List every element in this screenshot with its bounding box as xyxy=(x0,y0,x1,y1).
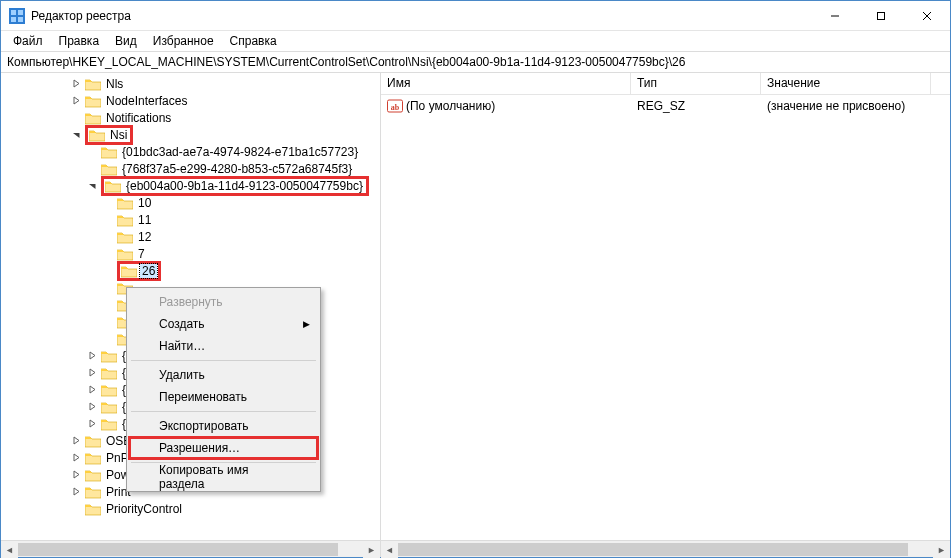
context-item-label: Найти… xyxy=(159,339,205,353)
value-name: (По умолчанию) xyxy=(406,99,495,113)
chevron-right-icon[interactable] xyxy=(69,451,83,465)
scroll-right-icon[interactable]: ► xyxy=(363,541,380,558)
folder-icon xyxy=(85,451,101,465)
value-list-body[interactable]: (По умолчанию)REG_SZ(значение не присвое… xyxy=(381,95,950,540)
menu-favorites[interactable]: Избранное xyxy=(145,32,222,50)
scroll-left-icon[interactable]: ◄ xyxy=(1,541,18,558)
tree-hscrollbar[interactable]: ◄ ► xyxy=(1,540,380,557)
folder-icon xyxy=(85,502,101,516)
chevron-right-icon[interactable] xyxy=(85,349,99,363)
menu-view[interactable]: Вид xyxy=(107,32,145,50)
folder-icon xyxy=(121,264,137,278)
tree-item[interactable]: PriorityControl xyxy=(5,500,380,517)
tree-item[interactable]: 26 xyxy=(5,262,380,279)
context-item-label: Создать xyxy=(159,317,205,331)
tree-item[interactable]: 10 xyxy=(5,194,380,211)
window-title: Редактор реестра xyxy=(31,9,812,23)
tree-item-label: {768f37a5-e299-4280-b853-c572a68745f3} xyxy=(120,162,354,176)
chevron-right-icon[interactable] xyxy=(69,94,83,108)
tree-item-label: {eb004a00-9b1a-11d4-9123-0050047759bc} xyxy=(124,179,365,193)
chevron-right-icon[interactable] xyxy=(85,366,99,380)
address-input[interactable] xyxy=(5,54,946,70)
column-type[interactable]: Тип xyxy=(631,73,761,94)
folder-icon xyxy=(85,468,101,482)
string-value-icon xyxy=(387,98,403,114)
context-item-label: Удалить xyxy=(159,368,205,382)
tree-item[interactable]: Notifications xyxy=(5,109,380,126)
svg-rect-3 xyxy=(11,17,16,22)
tree-item-label: Notifications xyxy=(104,111,173,125)
tree-item-label: 10 xyxy=(136,196,153,210)
folder-icon xyxy=(117,196,133,210)
context-item: Развернуть xyxy=(129,291,318,313)
value-type: REG_SZ xyxy=(631,99,761,113)
folder-icon xyxy=(85,94,101,108)
context-item[interactable]: Удалить xyxy=(129,364,318,386)
tree-item[interactable]: Nls xyxy=(5,75,380,92)
value-list-pane: Имя Тип Значение (По умолчанию)REG_SZ(зн… xyxy=(381,73,950,557)
menubar: Файл Правка Вид Избранное Справка xyxy=(1,31,950,51)
chevron-down-icon[interactable] xyxy=(85,179,99,193)
context-item[interactable]: Экспортировать xyxy=(129,415,318,437)
chevron-right-icon[interactable] xyxy=(85,417,99,431)
context-item[interactable]: Найти… xyxy=(129,335,318,357)
svg-rect-4 xyxy=(18,17,23,22)
list-hscrollbar[interactable]: ◄ ► xyxy=(381,540,950,557)
context-item[interactable]: Переименовать xyxy=(129,386,318,408)
context-item-label: Экспортировать xyxy=(159,419,249,433)
folder-icon xyxy=(85,434,101,448)
context-menu[interactable]: РазвернутьСоздать▶Найти…УдалитьПереимено… xyxy=(126,287,321,492)
chevron-right-icon[interactable] xyxy=(69,485,83,499)
tree-item-label: {01bdc3ad-ae7a-4974-9824-e71ba1c57723} xyxy=(120,145,360,159)
tree-item[interactable]: {768f37a5-e299-4280-b853-c572a68745f3} xyxy=(5,160,380,177)
submenu-arrow-icon: ▶ xyxy=(303,319,310,329)
titlebar: Редактор реестра xyxy=(1,1,950,31)
folder-icon xyxy=(101,162,117,176)
tree-item-label: 11 xyxy=(136,213,153,227)
folder-icon xyxy=(101,145,117,159)
address-bar xyxy=(1,51,950,73)
tree-item-label: 7 xyxy=(136,247,147,261)
folder-icon xyxy=(85,111,101,125)
context-item[interactable]: Разрешения… xyxy=(129,437,318,459)
tree-item-label: 26 xyxy=(140,264,157,278)
close-button[interactable] xyxy=(904,1,950,31)
tree-item-label: NodeInterfaces xyxy=(104,94,189,108)
scroll-left-icon[interactable]: ◄ xyxy=(381,541,398,558)
menu-file[interactable]: Файл xyxy=(5,32,51,50)
context-item[interactable]: Создать▶ xyxy=(129,313,318,335)
chevron-right-icon[interactable] xyxy=(69,77,83,91)
chevron-down-icon[interactable] xyxy=(69,128,83,142)
chevron-right-icon[interactable] xyxy=(85,400,99,414)
value-row[interactable]: (По умолчанию)REG_SZ(значение не присвое… xyxy=(381,97,950,114)
scroll-right-icon[interactable]: ► xyxy=(933,541,950,558)
context-item-label: Развернуть xyxy=(159,295,223,309)
tree-item[interactable]: 12 xyxy=(5,228,380,245)
minimize-button[interactable] xyxy=(812,1,858,31)
folder-icon xyxy=(85,485,101,499)
chevron-right-icon[interactable] xyxy=(85,383,99,397)
menu-edit[interactable]: Правка xyxy=(51,32,108,50)
column-name[interactable]: Имя xyxy=(381,73,631,94)
scroll-thumb[interactable] xyxy=(18,543,338,556)
tree-item[interactable]: 11 xyxy=(5,211,380,228)
tree-item[interactable]: Nsi xyxy=(5,126,380,143)
scroll-thumb[interactable] xyxy=(398,543,908,556)
folder-icon xyxy=(89,128,105,142)
svg-rect-6 xyxy=(878,12,885,19)
menu-help[interactable]: Справка xyxy=(222,32,285,50)
tree-item[interactable]: NodeInterfaces xyxy=(5,92,380,109)
regedit-icon xyxy=(9,8,25,24)
chevron-right-icon[interactable] xyxy=(69,434,83,448)
chevron-right-icon[interactable] xyxy=(69,468,83,482)
tree-item[interactable]: {01bdc3ad-ae7a-4974-9824-e71ba1c57723} xyxy=(5,143,380,160)
folder-icon xyxy=(85,77,101,91)
tree-item[interactable]: {eb004a00-9b1a-11d4-9123-0050047759bc} xyxy=(5,177,380,194)
folder-icon xyxy=(101,349,117,363)
column-data[interactable]: Значение xyxy=(761,73,931,94)
context-item[interactable]: Копировать имя раздела xyxy=(129,466,318,488)
maximize-button[interactable] xyxy=(858,1,904,31)
context-item-label: Копировать имя раздела xyxy=(159,463,294,491)
value-data: (значение не присвоено) xyxy=(761,99,931,113)
tree-item[interactable]: 7 xyxy=(5,245,380,262)
